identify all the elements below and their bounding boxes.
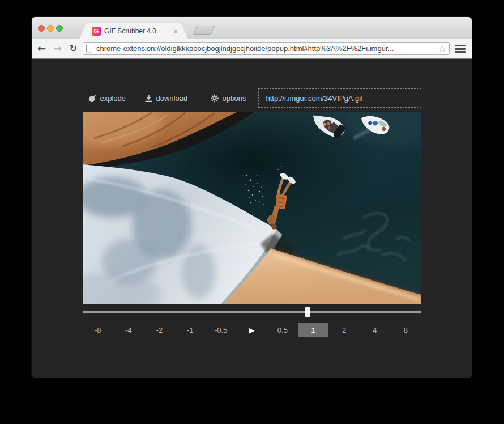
minimize-window-button[interactable]	[47, 25, 54, 32]
download-icon	[145, 94, 152, 102]
desktop: { "browser": { "tab_title": "GIF Scrubbe…	[0, 0, 504, 424]
page-icon	[86, 45, 92, 53]
bookmark-star-icon[interactable]: ☆	[438, 44, 446, 53]
reload-icon[interactable]: ↻	[68, 44, 79, 53]
explode-label: explode	[100, 94, 126, 103]
speed-button-neg2[interactable]: -2	[144, 323, 174, 337]
extension-page: explode download	[32, 59, 472, 378]
download-label: download	[156, 94, 188, 103]
scrubber-track[interactable]	[83, 311, 421, 313]
speed-controls: -8 -4 -2 -1 -0.5 ▶ 0.5 1 2 4 8	[83, 323, 421, 337]
popup-content: explode download	[83, 59, 421, 378]
speed-button-neg4[interactable]: -4	[113, 323, 144, 337]
back-icon[interactable]: ←	[36, 44, 47, 54]
speed-button-1[interactable]: 1	[298, 323, 328, 337]
new-tab-button[interactable]	[193, 26, 215, 35]
extension-toolbar: explode download	[83, 88, 421, 108]
speed-button-8[interactable]: 8	[390, 323, 421, 337]
options-button[interactable]: options	[211, 94, 246, 103]
zoom-window-button[interactable]	[56, 25, 63, 32]
download-button[interactable]: download	[145, 94, 188, 103]
speed-button-neg1[interactable]: -1	[175, 323, 206, 337]
browser-toolbar: ← → ↻ chrome-extension://oldiglkkkpoocjb…	[32, 39, 472, 59]
gear-icon	[211, 94, 219, 102]
speed-button-4[interactable]: 4	[360, 323, 390, 337]
speed-button-neg8[interactable]: -8	[83, 323, 113, 337]
tab-title: GIF Scrubber 4.0	[104, 27, 173, 35]
gif-frame-image	[83, 112, 421, 304]
titlebar: G GIF Scrubber 4.0 ×	[32, 17, 472, 39]
close-window-button[interactable]	[38, 25, 45, 32]
scrubber-thumb[interactable]	[305, 307, 310, 317]
nav-buttons: ← → ↻	[36, 39, 79, 58]
explode-button[interactable]: explode	[88, 94, 126, 103]
menu-icon[interactable]	[455, 45, 466, 53]
tab-gif-scrubber[interactable]: G GIF Scrubber 4.0 ×	[79, 23, 188, 39]
url-text: chrome-extension://oldiglkkkpoocjbogjlnd…	[96, 44, 438, 53]
speed-button-05[interactable]: 0.5	[267, 323, 298, 337]
bomb-icon	[88, 94, 96, 102]
play-icon[interactable]: ▶	[236, 323, 267, 337]
speed-button-2[interactable]: 2	[328, 323, 359, 337]
tab-favicon-icon: G	[92, 27, 101, 36]
forward-icon[interactable]: →	[52, 44, 63, 54]
address-bar[interactable]: chrome-extension://oldiglkkkpoocjbogjlnd…	[83, 42, 450, 55]
gif-url-input[interactable]	[258, 88, 421, 108]
speed-button-neg05[interactable]: -0.5	[206, 323, 236, 337]
browser-window: G GIF Scrubber 4.0 × ← → ↻ chrome-extens…	[32, 17, 472, 378]
options-label: options	[223, 94, 246, 103]
tab-close-icon[interactable]: ×	[173, 28, 178, 35]
